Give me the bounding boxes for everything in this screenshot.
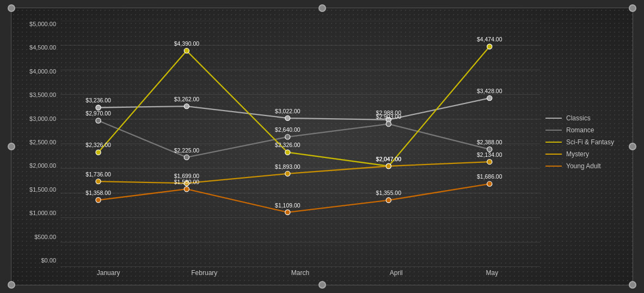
corner-mr (629, 143, 636, 150)
svg-point-22 (184, 48, 189, 53)
svg-text:$2,326.00: $2,326.00 (85, 142, 111, 148)
legend-label-text: Young Adult (566, 162, 601, 170)
legend-item: Romance (545, 126, 622, 134)
svg-text:$2,047.00: $2,047.00 (376, 156, 402, 162)
svg-text:$2,970.00: $2,970.00 (85, 111, 111, 117)
x-axis-label: March (252, 269, 348, 280)
svg-text:$2,326.00: $2,326.00 (275, 142, 300, 148)
legend-item: Sci-Fi & Fantasy (545, 138, 622, 146)
y-axis-label: $2,500.00 (29, 139, 56, 145)
y-axis-label: $1,500.00 (29, 186, 56, 193)
y-axis-label: $3,500.00 (29, 91, 56, 98)
svg-text:$2,134.00: $2,134.00 (477, 152, 502, 158)
svg-text:$1,736.00: $1,736.00 (85, 172, 111, 178)
svg-point-17 (184, 155, 189, 160)
svg-point-31 (96, 198, 101, 203)
legend-item: Mystery (545, 150, 622, 158)
svg-text:$1,109.00: $1,109.00 (275, 203, 300, 209)
chart-container: $5,000.00$4,500.00$4,000.00$3,500.00$3,0… (11, 8, 633, 285)
svg-point-26 (96, 179, 101, 184)
legend-item: Classics (545, 114, 622, 122)
svg-text:$3,428.00: $3,428.00 (477, 88, 502, 94)
svg-text:$1,355.00: $1,355.00 (376, 190, 402, 196)
svg-text:$4,474.00: $4,474.00 (477, 36, 502, 42)
svg-text:$1,580.00: $1,580.00 (174, 179, 200, 185)
svg-point-35 (487, 181, 492, 186)
svg-point-21 (96, 150, 101, 155)
corner-tr (629, 4, 636, 12)
svg-text:$2,225.00: $2,225.00 (174, 148, 200, 154)
legend-line-color (545, 166, 562, 167)
chart-area: $5,000.00$4,500.00$4,000.00$3,500.00$3,0… (11, 21, 633, 285)
legend-label-text: Sci-Fi & Fantasy (566, 138, 614, 146)
x-axis-label: January (60, 269, 156, 280)
svg-point-13 (285, 115, 290, 120)
svg-point-19 (386, 121, 391, 126)
x-axis-label: February (156, 269, 252, 280)
svg-text:$4,390.00: $4,390.00 (174, 41, 200, 47)
svg-point-28 (285, 171, 290, 176)
y-axis: $5,000.00$4,500.00$4,000.00$3,500.00$3,0… (17, 21, 60, 280)
svg-text:$1,358.00: $1,358.00 (85, 190, 111, 196)
svg-text:$2,640.00: $2,640.00 (275, 127, 300, 133)
legend-label-text: Mystery (566, 150, 589, 158)
y-axis-label: $4,500.00 (29, 44, 56, 51)
y-axis-label: $1,000.00 (29, 210, 56, 216)
corner-ml (8, 143, 15, 150)
svg-point-23 (285, 150, 290, 155)
svg-text:$1,686.00: $1,686.00 (477, 174, 502, 180)
svg-text:$1,893.00: $1,893.00 (275, 164, 300, 170)
corner-tm (318, 4, 326, 12)
svg-point-15 (487, 95, 492, 100)
chart-main: $3,236.00$3,262.00$3,022.00$2,988.00$3,4… (60, 21, 540, 280)
svg-text:$3,236.00: $3,236.00 (85, 97, 111, 103)
legend-label-text: Romance (566, 126, 594, 134)
x-axis-label: May (444, 269, 540, 280)
svg-text:$1,699.00: $1,699.00 (174, 173, 200, 179)
svg-text:$3,022.00: $3,022.00 (275, 108, 300, 114)
y-axis-label: $500.00 (34, 234, 56, 240)
x-axis: JanuaryFebruaryMarchAprilMay (60, 267, 540, 280)
svg-text:$2,388.00: $2,388.00 (477, 139, 502, 145)
svg-text:$3,262.00: $3,262.00 (174, 96, 200, 102)
svg-text:$2,903.00: $2,903.00 (376, 114, 402, 120)
svg-point-20 (487, 147, 492, 152)
legend-line-color (545, 118, 562, 119)
y-axis-label: $5,000.00 (29, 21, 56, 27)
svg-point-33 (285, 210, 290, 215)
svg-point-25 (487, 44, 492, 49)
svg-point-12 (184, 104, 189, 109)
svg-point-34 (386, 198, 391, 203)
y-axis-label: $2,000.00 (29, 162, 56, 169)
corner-tl (8, 4, 15, 12)
legend-item: Young Adult (545, 162, 622, 170)
legend-label-text: Classics (566, 114, 591, 122)
svg-point-30 (487, 159, 492, 164)
legend-line-color (545, 142, 562, 143)
y-axis-label: $0.00 (41, 257, 56, 264)
svg-point-18 (285, 135, 290, 139)
legend: ClassicsRomanceSci-Fi & FantasyMysteryYo… (540, 21, 627, 280)
line-chart-svg: $3,236.00$3,262.00$3,022.00$2,988.00$3,4… (60, 21, 540, 267)
legend-line-color (545, 154, 562, 155)
corner-br (629, 281, 636, 289)
svg-point-29 (386, 163, 391, 168)
legend-line-color (545, 130, 562, 131)
corner-bl (8, 281, 15, 289)
svg-point-16 (96, 118, 101, 123)
svg-point-32 (184, 187, 189, 192)
y-axis-label: $3,000.00 (29, 115, 56, 122)
x-axis-label: April (348, 269, 444, 280)
svg-point-11 (96, 105, 101, 110)
y-axis-label: $4,000.00 (29, 68, 56, 75)
corner-bm (318, 281, 326, 289)
